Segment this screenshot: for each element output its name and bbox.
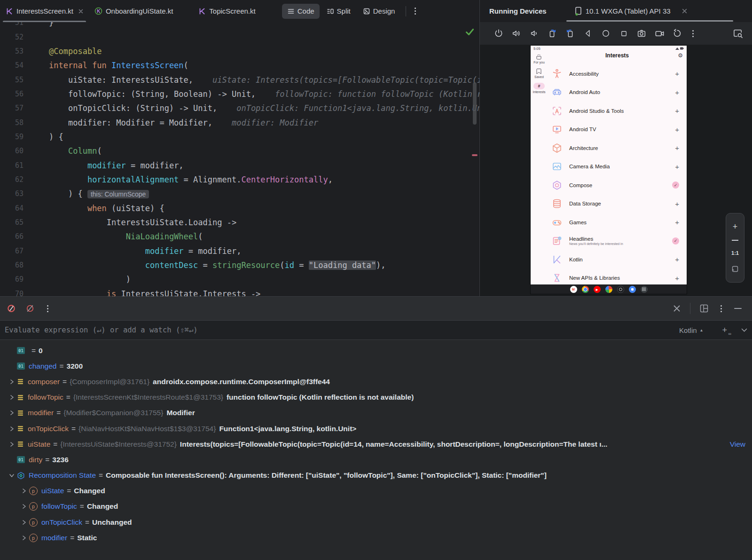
zoom-out-button[interactable] bbox=[732, 240, 738, 241]
variable-row-uistate[interactable]: uiState={InterestsUiState$Interests@3175… bbox=[0, 436, 752, 452]
code-line[interactable]: 51} bbox=[0, 22, 479, 30]
actual-size-button[interactable]: 1:1 bbox=[731, 250, 739, 256]
expand-chevron-icon[interactable] bbox=[7, 473, 17, 478]
code-line[interactable]: 52 bbox=[0, 30, 479, 44]
close-panel-icon[interactable] bbox=[673, 305, 681, 312]
code-line[interactable]: 68 contentDesc = stringResource(id = "Lo… bbox=[0, 258, 479, 272]
mute-breakpoints-icon[interactable] bbox=[7, 304, 16, 313]
rotate-right-icon[interactable] bbox=[564, 28, 576, 39]
device-tab[interactable]: 10.1 WXGA (Tablet) API 33 bbox=[575, 0, 687, 22]
nav-interests-selected[interactable]: # Interests bbox=[533, 83, 546, 94]
variable-row-modifier[interactable]: modifier={Modifier$Companion@31755}Modif… bbox=[0, 405, 752, 421]
follow-topic-button[interactable]: + bbox=[675, 70, 679, 78]
language-selector[interactable]: Kotlin▲ bbox=[679, 326, 703, 334]
inspections-ok-icon[interactable] bbox=[466, 29, 474, 35]
code-line[interactable]: 54internal fun InterestsScreen( bbox=[0, 58, 479, 72]
volume-up-icon[interactable] bbox=[511, 28, 522, 39]
expand-chevron-icon[interactable] bbox=[7, 379, 17, 385]
topic-camera-media[interactable]: Camera & Media+ bbox=[548, 158, 687, 176]
device-more-options-icon[interactable] bbox=[689, 27, 697, 40]
tab-topic-screen[interactable]: TopicScreen.kt bbox=[193, 0, 261, 22]
tab-interests-screen[interactable]: InterestsScreen.kt bbox=[0, 0, 89, 22]
rotate-left-icon[interactable] bbox=[547, 28, 558, 39]
expand-chevron-icon[interactable] bbox=[7, 394, 17, 400]
expand-chevron-icon[interactable] bbox=[7, 410, 17, 416]
settings-gear-icon[interactable]: ⚙ bbox=[678, 53, 683, 58]
screen-search-icon[interactable] bbox=[732, 28, 744, 39]
follow-topic-button[interactable]: + bbox=[675, 255, 679, 263]
back-button-icon[interactable] bbox=[582, 28, 594, 39]
code-line[interactable]: 62 horizontalAlignment = Alignment.Cente… bbox=[0, 173, 479, 187]
follow-topic-button[interactable]: + bbox=[675, 107, 679, 115]
code-line[interactable]: 65 InterestsUiState.Loading -> bbox=[0, 215, 479, 229]
code-line[interactable]: 67 modifier = modifier, bbox=[0, 244, 479, 258]
topic-android-auto[interactable]: Android Auto+ bbox=[548, 83, 687, 102]
variable-row-followtopic[interactable]: followTopic={InterestsScreenKt$Interests… bbox=[0, 390, 752, 405]
emulator-screen[interactable]: 5:05 Interests ⚙ For you Saved # Inter bbox=[531, 46, 687, 294]
code-line[interactable]: 56 followTopic: (String, Boolean) -> Uni… bbox=[0, 87, 479, 101]
gmail-app-icon[interactable]: M bbox=[570, 286, 577, 293]
screenshot-icon[interactable] bbox=[636, 28, 647, 39]
split-mode-button[interactable]: Split bbox=[321, 4, 356, 19]
evaluate-expression-input[interactable]: Evaluate expression (↵) or add a watch (… bbox=[5, 326, 679, 334]
topic-compose[interactable]: Compose✓ bbox=[548, 176, 687, 195]
overview-button-icon[interactable] bbox=[618, 28, 629, 39]
variable-row-ontopicclick[interactable]: ponTopicClick=Unchanged bbox=[0, 514, 752, 530]
topic-followed-check-icon[interactable]: ✓ bbox=[672, 181, 679, 189]
variable-row-followtopic[interactable]: pfollowTopic=Changed bbox=[0, 499, 752, 514]
nav-for-you[interactable]: For you bbox=[533, 54, 545, 64]
follow-topic-button[interactable]: + bbox=[675, 218, 679, 226]
topic-accessibility[interactable]: Accessibility+ bbox=[548, 64, 687, 83]
follow-topic-button[interactable]: + bbox=[675, 88, 679, 96]
expand-chevron-icon[interactable] bbox=[7, 442, 17, 447]
code-editor[interactable]: 51}5253@Composable54internal fun Interes… bbox=[0, 22, 479, 296]
code-line[interactable]: 55 uiState: InterestsUiState, uiState: I… bbox=[0, 72, 479, 87]
panel-more-options-icon[interactable] bbox=[718, 302, 725, 315]
code-line[interactable]: 58 modifier: Modifier = Modifier, modifi… bbox=[0, 115, 479, 129]
follow-topic-button[interactable]: + bbox=[675, 126, 679, 134]
code-line[interactable]: 66 NiaLoadingWheel( bbox=[0, 229, 479, 244]
variable-row-modifier[interactable]: pmodifier=Static bbox=[0, 530, 752, 545]
variable-row-recomposition-state[interactable]: Recomposition State=Composable fun Inter… bbox=[0, 468, 752, 483]
photos-app-icon[interactable] bbox=[605, 286, 612, 293]
variable-row-uistate[interactable]: puiState=Changed bbox=[0, 483, 752, 499]
expand-history-icon[interactable] bbox=[741, 328, 747, 332]
variable-row-composer[interactable]: composer={ComposerImpl@31761}androidx.co… bbox=[0, 374, 752, 389]
code-line[interactable]: 70 is InterestsUiState.Interests -> bbox=[0, 287, 479, 296]
code-mode-button[interactable]: Code bbox=[282, 4, 320, 19]
play-app-icon[interactable] bbox=[629, 286, 636, 293]
debug-more-options-icon[interactable] bbox=[44, 302, 51, 315]
topic-games[interactable]: Games+ bbox=[548, 213, 687, 232]
topic-architecture[interactable]: Architecture+ bbox=[548, 139, 687, 158]
follow-topic-button[interactable]: + bbox=[675, 163, 679, 171]
power-button-icon[interactable] bbox=[493, 28, 504, 39]
screen-record-icon[interactable] bbox=[654, 28, 665, 39]
add-watch-icon[interactable]: +∞ bbox=[722, 325, 727, 335]
all-apps-icon[interactable] bbox=[641, 286, 648, 293]
code-line[interactable]: 63 ) { this: ColumnScope bbox=[0, 187, 479, 201]
expand-chevron-icon[interactable] bbox=[19, 488, 29, 494]
close-device-icon[interactable] bbox=[682, 8, 687, 14]
expand-chevron-icon[interactable] bbox=[19, 504, 29, 509]
layout-settings-icon[interactable] bbox=[700, 304, 708, 313]
nav-saved[interactable]: Saved bbox=[534, 68, 544, 79]
chrome-app-icon[interactable] bbox=[582, 286, 589, 293]
code-line[interactable]: 53@Composable bbox=[0, 44, 479, 58]
topic-android-tv[interactable]: Android TV+ bbox=[548, 120, 687, 139]
expand-chevron-icon[interactable] bbox=[7, 426, 17, 432]
zoom-in-button[interactable]: + bbox=[733, 223, 738, 230]
design-mode-button[interactable]: Design bbox=[358, 4, 400, 19]
nia-app-icon[interactable] bbox=[617, 286, 624, 293]
follow-topic-button[interactable]: + bbox=[675, 144, 679, 152]
variable-row-ontopicclick[interactable]: onTopicClick={NiaNavHostKt$NiaNavHost$1$… bbox=[0, 421, 752, 436]
topic-android-studio-tools[interactable]: Android Studio & Tools+ bbox=[548, 102, 687, 120]
code-line[interactable]: 64 when (uiState) { bbox=[0, 201, 479, 215]
tab-onboarding-ui-state[interactable]: OnboardingUiState.kt bbox=[89, 0, 179, 22]
code-line[interactable]: 57 onTopicClick: (String) -> Unit, onTop… bbox=[0, 101, 479, 115]
editor-scrollbar[interactable] bbox=[473, 82, 477, 125]
code-line[interactable]: 61 modifier = modifier, bbox=[0, 158, 479, 172]
fit-to-window-icon[interactable] bbox=[732, 266, 738, 272]
expand-chevron-icon[interactable] bbox=[19, 535, 29, 541]
topic-new-apis-libraries[interactable]: New APIs & Libraries+ bbox=[548, 269, 687, 285]
home-button-icon[interactable] bbox=[600, 28, 611, 39]
